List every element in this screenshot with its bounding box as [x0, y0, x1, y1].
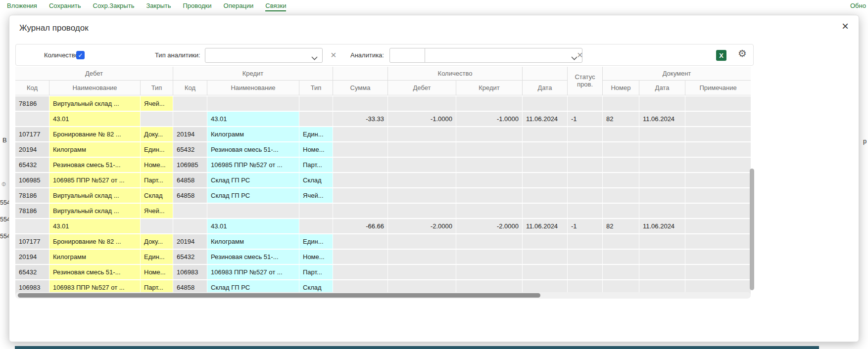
vertical-scrollbar-thumb[interactable] [750, 169, 754, 290]
cell-note[interactable] [685, 127, 751, 141]
cell-doc-date[interactable] [639, 234, 685, 249]
cell-doc-date[interactable] [639, 265, 685, 279]
cell-debit-code[interactable]: 65432 [15, 265, 49, 279]
cell-status[interactable] [568, 234, 602, 249]
cell-debit-code[interactable]: 106985 [15, 173, 49, 187]
table-row[interactable]: 78186Виртуальный склад ...Склад64858Скла… [15, 188, 751, 203]
cell-doc-number[interactable] [603, 204, 639, 218]
cell-debit-code[interactable]: 107177 [15, 127, 49, 141]
cell-debit-code[interactable]: 78186 [15, 204, 49, 218]
cell-note[interactable] [685, 250, 751, 264]
cell-status[interactable] [568, 96, 602, 111]
table-row[interactable]: 65432Резиновая смесь 51-...Номе...106985… [15, 158, 751, 172]
cell-doc-date[interactable] [639, 96, 685, 111]
table-row[interactable]: 78186Виртуальный склад ...Ячей... [15, 96, 751, 111]
header-col-credit-code[interactable]: Код [173, 81, 207, 95]
table-row[interactable]: 107177Бронирование № 82 ...Доку...20194К… [15, 127, 751, 141]
cell-status[interactable] [568, 173, 602, 187]
cell-qty-debit[interactable]: -2.0000 [388, 219, 456, 233]
cell-sum[interactable] [333, 158, 387, 172]
cell-credit-name[interactable]: Резиновая смесь 51-... [207, 250, 299, 264]
cell-status[interactable] [568, 250, 602, 264]
cell-qty-credit[interactable] [456, 96, 522, 111]
cell-credit-name[interactable]: 106983 ППР №527 от ... [207, 265, 299, 279]
cell-qty-credit[interactable] [456, 250, 522, 264]
cell-debit-code[interactable]: 20194 [15, 250, 49, 264]
analytics-code-input[interactable] [389, 48, 425, 63]
cell-debit-name[interactable]: Виртуальный склад ... [49, 204, 140, 218]
cell-qty-credit[interactable]: -2.0000 [456, 219, 522, 233]
cell-note[interactable] [685, 219, 751, 233]
cell-debit-type[interactable] [141, 219, 173, 233]
clear-analytics-icon[interactable]: × [577, 50, 583, 60]
cell-credit-type[interactable] [299, 204, 333, 218]
cell-doc-number[interactable] [603, 188, 639, 203]
cell-note[interactable] [685, 234, 751, 249]
cell-note[interactable] [685, 204, 751, 218]
cell-debit-code[interactable]: 78186 [15, 188, 49, 203]
cell-doc-number[interactable]: 82 [603, 219, 639, 233]
cell-note[interactable] [685, 158, 751, 172]
table-row[interactable]: 43.0143.01-66.66-2.0000-2.000011.06.2024… [15, 219, 751, 233]
header-col-status[interactable]: Статус пров. [568, 67, 602, 95]
cell-debit-name[interactable]: 43.01 [49, 219, 140, 233]
cell-date[interactable]: 11.06.2024 [523, 219, 567, 233]
cell-debit-type[interactable]: Един... [141, 142, 173, 157]
close-icon[interactable]: × [842, 20, 849, 32]
cell-note[interactable] [685, 112, 751, 126]
cell-qty-credit[interactable] [456, 188, 522, 203]
cell-credit-code[interactable] [173, 96, 207, 111]
cell-sum[interactable] [333, 234, 387, 249]
cell-debit-type[interactable]: Склад [141, 188, 173, 203]
cell-credit-code[interactable] [173, 204, 207, 218]
cell-doc-date[interactable]: 11.06.2024 [639, 219, 685, 233]
cell-doc-date[interactable] [639, 127, 685, 141]
header-col-date[interactable]: Дата [523, 81, 567, 95]
cell-doc-date[interactable]: 11.06.2024 [639, 112, 685, 126]
cell-date[interactable] [523, 96, 567, 111]
header-col-doc-date[interactable]: Дата [639, 81, 685, 95]
cell-sum[interactable] [333, 96, 387, 111]
cell-qty-debit[interactable] [388, 234, 456, 249]
table-row[interactable]: 107177Бронирование № 82 ...Доку...20194К… [15, 234, 751, 249]
cell-credit-name[interactable]: 106985 ППР №527 от ... [207, 158, 299, 172]
menu-item-postings[interactable]: Проводки [183, 2, 211, 11]
cell-credit-type[interactable] [299, 112, 333, 126]
cell-credit-type[interactable]: Номе... [299, 250, 333, 264]
cell-debit-code[interactable]: 107177 [15, 234, 49, 249]
table-row[interactable]: 65432Резиновая смесь 51-...Номе...106983… [15, 265, 751, 279]
table-row[interactable]: 43.0143.01-33.33-1.0000-1.000011.06.2024… [15, 112, 751, 126]
menu-item-operations[interactable]: Операции [224, 2, 254, 11]
cell-credit-type[interactable]: Ячей... [299, 188, 333, 203]
cell-credit-type[interactable] [299, 219, 333, 233]
header-col-qty-debit[interactable]: Дебет [388, 81, 456, 95]
cell-note[interactable] [685, 188, 751, 203]
cell-qty-credit[interactable] [456, 158, 522, 172]
cell-status[interactable] [568, 188, 602, 203]
cell-status[interactable] [568, 265, 602, 279]
cell-sum[interactable] [333, 265, 387, 279]
cell-doc-date[interactable] [639, 250, 685, 264]
cell-debit-name[interactable]: Бронирование № 82 ... [49, 127, 140, 141]
cell-doc-number[interactable] [603, 158, 639, 172]
cell-qty-credit[interactable] [456, 173, 522, 187]
cell-note[interactable] [685, 173, 751, 187]
cell-qty-debit[interactable] [388, 127, 456, 141]
cell-credit-name[interactable]: 43.01 [207, 219, 299, 233]
cell-date[interactable] [523, 204, 567, 218]
cell-credit-type[interactable]: Склад [299, 173, 333, 187]
cell-debit-type[interactable]: Доку... [141, 127, 173, 141]
cell-doc-number[interactable] [603, 142, 639, 157]
cell-sum[interactable] [333, 173, 387, 187]
quantity-checkbox[interactable]: ✓ [76, 51, 85, 59]
cell-note[interactable] [685, 96, 751, 111]
cell-debit-type[interactable]: Ячей... [141, 96, 173, 111]
cell-debit-type[interactable]: Номе... [141, 158, 173, 172]
cell-credit-code[interactable]: 20194 [173, 127, 207, 141]
cell-debit-name[interactable]: 43.01 [49, 112, 140, 126]
cell-debit-code[interactable]: 78186 [15, 96, 49, 111]
header-col-debit-name[interactable]: Наименование [49, 81, 140, 95]
cell-qty-debit[interactable] [388, 265, 456, 279]
cell-date[interactable]: 11.06.2024 [523, 112, 567, 126]
header-col-debit-type[interactable]: Тип [141, 81, 173, 95]
